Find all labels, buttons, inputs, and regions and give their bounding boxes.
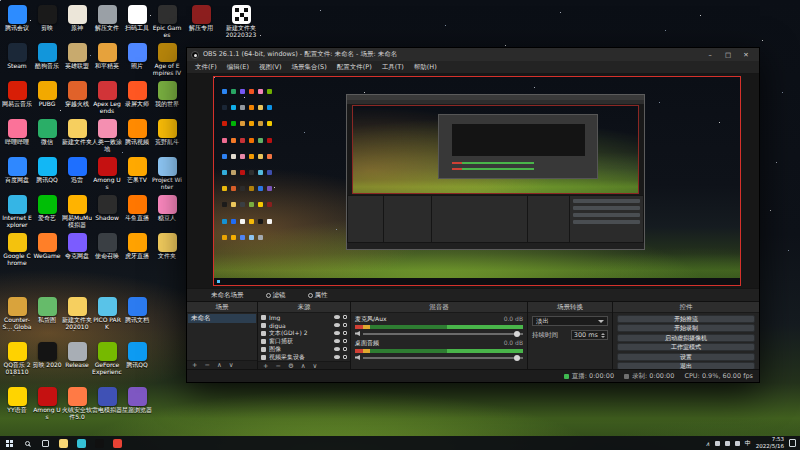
desktop-icon[interactable]: 星愿浏览器 bbox=[122, 387, 152, 432]
volume-slider[interactable] bbox=[363, 357, 523, 359]
desktop-icon[interactable]: 原神 bbox=[62, 5, 92, 43]
desktop-icon[interactable]: 新建文件夹 2020101... bbox=[62, 297, 92, 342]
lock-icon[interactable] bbox=[343, 355, 347, 359]
network-icon[interactable] bbox=[735, 441, 740, 446]
start-virtual-camera-button[interactable]: 启动虚拟摄像机 bbox=[617, 334, 755, 342]
exit-button[interactable]: 退出 bbox=[617, 362, 755, 369]
desktop-icon[interactable]: Among Us bbox=[92, 157, 122, 195]
properties-button[interactable]: 属性 bbox=[308, 291, 328, 300]
desktop-icon[interactable]: QQ音乐 20181101... bbox=[2, 342, 32, 387]
desktop-icon[interactable]: Release bbox=[62, 342, 92, 387]
desktop-icon[interactable]: 虎牙直播 bbox=[122, 233, 152, 271]
visibility-icon[interactable] bbox=[334, 339, 340, 343]
taskbar-chrome[interactable] bbox=[108, 436, 126, 450]
speaker-icon[interactable] bbox=[355, 331, 360, 336]
taskbar-clock[interactable]: 7:53 2022/5/16 bbox=[756, 436, 784, 449]
action-center-button[interactable] bbox=[789, 439, 796, 447]
menu-item-2[interactable]: 视图(V) bbox=[254, 63, 287, 72]
slider-knob[interactable] bbox=[514, 355, 520, 361]
minimize-button[interactable]: – bbox=[701, 51, 719, 59]
mixer-dock-title[interactable]: 混音器 bbox=[351, 302, 527, 313]
add-source-button[interactable]: + bbox=[260, 362, 271, 370]
slider-knob[interactable] bbox=[514, 331, 520, 337]
settings-button[interactable]: 设置 bbox=[617, 353, 755, 361]
desktop-icon[interactable]: Internet Explorer bbox=[2, 195, 32, 233]
sources-dock-title[interactable]: 来源 bbox=[258, 302, 350, 313]
desktop-icon[interactable]: 剪映 2020 bbox=[32, 342, 62, 387]
desktop-icon[interactable]: 人类一败涂地 bbox=[92, 119, 122, 157]
source-move-up-button[interactable]: ∧ bbox=[298, 362, 309, 370]
desktop-icon[interactable]: Counter-S... Global Off... bbox=[2, 297, 32, 342]
lock-icon[interactable] bbox=[343, 323, 347, 327]
desktop-icon[interactable]: Apex Legends bbox=[92, 81, 122, 119]
transitions-dock-title[interactable]: 场景转换 bbox=[528, 302, 612, 313]
menu-item-1[interactable]: 编辑(E) bbox=[222, 63, 254, 72]
desktop-icon[interactable]: 解压专用 bbox=[184, 5, 218, 38]
desktop-icon[interactable]: Steam bbox=[2, 43, 32, 81]
desktop-icon[interactable]: 酷狗音乐 bbox=[32, 43, 62, 81]
start-recording-button[interactable]: 开始录制 bbox=[617, 324, 755, 332]
desktop-icon[interactable]: 芒果TV bbox=[122, 157, 152, 195]
desktop-icon[interactable]: 百度网盘 bbox=[2, 157, 32, 195]
desktop-icon[interactable]: 我的世界 bbox=[152, 81, 182, 119]
remove-scene-button[interactable]: − bbox=[201, 361, 212, 370]
desktop-icon[interactable]: 雷电模拟器 bbox=[92, 387, 122, 432]
scene-move-down-button[interactable]: ∨ bbox=[226, 361, 237, 370]
desktop-icon[interactable]: GeForce Experience bbox=[92, 342, 122, 387]
source-move-down-button[interactable]: ∨ bbox=[310, 362, 321, 370]
desktop-icon[interactable]: Shadow bbox=[92, 195, 122, 233]
desktop-icon[interactable]: YY语音 bbox=[2, 387, 32, 432]
visibility-icon[interactable] bbox=[334, 315, 340, 319]
visibility-icon[interactable] bbox=[334, 355, 340, 359]
desktop-icon[interactable]: 文件夹 bbox=[152, 233, 182, 271]
desktop-icon[interactable]: 网易MuMu模拟器 bbox=[62, 195, 92, 233]
desktop-icon[interactable]: 录屏大师 bbox=[122, 81, 152, 119]
add-scene-button[interactable]: + bbox=[189, 361, 200, 370]
desktop-icon[interactable]: 腾讯文档 bbox=[122, 297, 152, 342]
start-streaming-button[interactable]: 开始推流 bbox=[617, 315, 755, 323]
tray-expand-icon[interactable]: ∧ bbox=[705, 440, 709, 447]
scene-move-up-button[interactable]: ∧ bbox=[214, 361, 225, 370]
desktop-icon[interactable]: Project Winter bbox=[152, 157, 182, 195]
desktop-icon[interactable]: 和平精英 bbox=[92, 43, 122, 81]
desktop-icon[interactable]: WeGame bbox=[32, 233, 62, 271]
volume-icon[interactable] bbox=[725, 441, 730, 446]
language-indicator[interactable]: 中 bbox=[745, 439, 751, 448]
start-button[interactable] bbox=[0, 436, 18, 450]
menu-item-4[interactable]: 配置文件(P) bbox=[332, 63, 377, 72]
obs-tray-icon[interactable] bbox=[715, 441, 720, 446]
desktop-icon[interactable]: 新建文件夹 bbox=[62, 119, 92, 157]
desktop-icon[interactable]: 扫码工具 bbox=[122, 5, 152, 43]
desktop-icon[interactable]: 夸克网盘 bbox=[62, 233, 92, 271]
source-row[interactable]: Img bbox=[258, 313, 350, 321]
desktop-icon[interactable]: 火绒安全软件5.0 bbox=[62, 387, 92, 432]
desktop-icon[interactable]: 照片 bbox=[122, 43, 152, 81]
close-button[interactable]: ✕ bbox=[737, 51, 755, 59]
desktop-icon[interactable]: 腾讯QQ bbox=[122, 342, 152, 387]
visibility-icon[interactable] bbox=[334, 347, 340, 351]
desktop-icon[interactable]: 解压文件 bbox=[92, 5, 122, 43]
desktop-icon[interactable]: 腾讯会议 bbox=[2, 5, 32, 43]
taskbar-obs-studio[interactable] bbox=[90, 436, 108, 450]
desktop-icon[interactable]: 腾讯视频 bbox=[122, 119, 152, 157]
transition-select[interactable]: 淡出 bbox=[532, 316, 608, 326]
desktop-icon[interactable]: 微信 bbox=[32, 119, 62, 157]
scenes-dock-title[interactable]: 场景 bbox=[187, 302, 257, 313]
visibility-icon[interactable] bbox=[334, 323, 340, 327]
obs-titlebar[interactable]: OBS 26.1.1 (64-bit, windows) - 配置文件: 未命名… bbox=[187, 48, 759, 61]
speaker-icon[interactable] bbox=[355, 355, 360, 360]
lock-icon[interactable] bbox=[343, 331, 347, 335]
duration-spinner[interactable]: 300 ms bbox=[571, 330, 608, 340]
desktop-icon[interactable]: 迅雷 bbox=[62, 157, 92, 195]
scene-list-item[interactable]: 未命名 bbox=[188, 314, 256, 323]
desktop-icon[interactable]: PUBG bbox=[32, 81, 62, 119]
desktop-icon[interactable]: 网易云音乐 bbox=[2, 81, 32, 119]
menu-item-0[interactable]: 文件(F) bbox=[190, 63, 222, 72]
desktop-icon[interactable]: PICO PARK bbox=[92, 297, 122, 342]
desktop-icon[interactable]: 穿越火线 bbox=[62, 81, 92, 119]
taskbar-edge[interactable] bbox=[72, 436, 90, 450]
desktop-icon[interactable]: 斗鱼直播 bbox=[122, 195, 152, 233]
lock-icon[interactable] bbox=[343, 315, 347, 319]
controls-dock-title[interactable]: 控件 bbox=[613, 302, 759, 313]
menu-item-3[interactable]: 场景集合(S) bbox=[287, 63, 332, 72]
